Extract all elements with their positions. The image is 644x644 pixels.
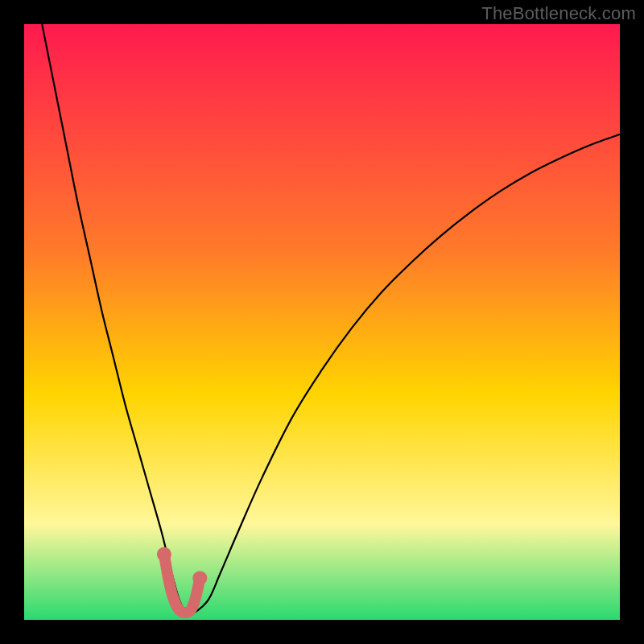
watermark-text: TheBottleneck.com — [481, 3, 636, 24]
bottleneck-chart — [24, 24, 620, 620]
gradient-background — [24, 24, 620, 620]
highlight-endpoint-left — [157, 547, 171, 562]
outer-frame: TheBottleneck.com — [0, 0, 644, 644]
plot-area — [24, 24, 620, 620]
highlight-endpoint-right — [192, 571, 207, 585]
